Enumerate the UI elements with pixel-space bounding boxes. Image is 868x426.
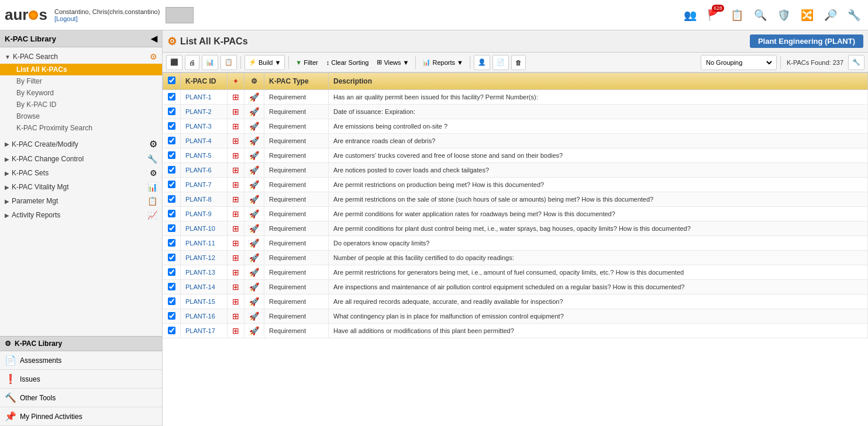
row-checkbox[interactable]	[168, 166, 175, 174]
rocket-icon[interactable]: 🚀	[249, 122, 259, 131]
exclamation-icon[interactable]: ⊞	[232, 311, 239, 321]
row-checkbox[interactable]	[168, 195, 175, 203]
row-checkbox[interactable]	[168, 283, 175, 290]
row-checkbox[interactable]	[168, 239, 175, 247]
shield-icon[interactable]: 🛡️	[774, 6, 793, 25]
kpac-id-link[interactable]: PLANT-1	[185, 93, 212, 101]
print-button[interactable]: 🖨	[185, 55, 199, 70]
flag-icon[interactable]: 🚩628	[704, 6, 723, 25]
kpac-id-link[interactable]: PLANT-13	[185, 269, 215, 276]
views-button[interactable]: ⊞ Views ▼	[374, 55, 412, 70]
exclamation-icon[interactable]: ⊞	[232, 224, 239, 233]
kpac-id-link[interactable]: PLANT-6	[185, 167, 212, 174]
settings-icon[interactable]: 🔧	[845, 6, 863, 25]
sidebar-sub-by-id[interactable]: By K-PAC ID	[0, 99, 162, 110]
delete-button[interactable]: 🗑	[511, 55, 526, 70]
select-all-checkbox[interactable]	[168, 77, 175, 84]
exclamation-icon[interactable]: ⊞	[232, 297, 239, 306]
rocket-icon[interactable]: 🚀	[249, 165, 259, 175]
row-checkbox[interactable]	[168, 210, 175, 217]
row-checkbox[interactable]	[168, 93, 175, 101]
rocket-icon[interactable]: 🚀	[249, 180, 259, 189]
row-checkbox[interactable]	[168, 224, 175, 232]
exclamation-icon[interactable]: ⊞	[232, 122, 239, 131]
row-checkbox[interactable]	[168, 108, 175, 115]
kpac-id-link[interactable]: PLANT-16	[185, 313, 215, 320]
share-icon[interactable]: 🔀	[798, 6, 817, 25]
grouping-dropdown[interactable]: No Grouping	[701, 55, 777, 70]
exclamation-icon[interactable]: ⊞	[232, 238, 239, 248]
export-button[interactable]: 📊	[202, 55, 218, 70]
kpac-id-link[interactable]: PLANT-7	[185, 181, 212, 188]
paste-button[interactable]: 📋	[221, 55, 237, 70]
exclamation-icon[interactable]: ⊞	[232, 209, 239, 219]
user-button[interactable]: 👤	[474, 55, 490, 70]
zoom-icon[interactable]: 🔎	[821, 6, 840, 25]
kpac-id-link[interactable]: PLANT-10	[185, 225, 215, 232]
rocket-icon[interactable]: 🚀	[249, 253, 259, 262]
row-checkbox[interactable]	[168, 312, 175, 320]
row-checkbox[interactable]	[168, 151, 175, 159]
exclamation-icon[interactable]: ⊞	[232, 195, 239, 204]
exclamation-icon[interactable]: ⊞	[232, 282, 239, 292]
sidebar-sub-by-keyword[interactable]: By Keyword	[0, 87, 162, 99]
rocket-icon[interactable]: 🚀	[249, 297, 259, 306]
exclamation-icon[interactable]: ⊞	[232, 268, 239, 277]
people-icon[interactable]: 👥	[681, 6, 700, 25]
rocket-icon[interactable]: 🚀	[249, 92, 259, 102]
sidebar-item-kpac-search[interactable]: ▼ K-PAC Search ⚙	[0, 50, 162, 64]
filter-button[interactable]: ▼ Filter	[292, 55, 321, 70]
th-kpac-id[interactable]: K-PAC ID	[181, 73, 228, 90]
grouping-select[interactable]: No Grouping	[704, 58, 774, 67]
th-type[interactable]: K-PAC Type	[264, 73, 329, 90]
row-checkbox[interactable]	[168, 268, 175, 276]
sidebar-item-activity-reports[interactable]: ▶ Activity Reports 📈	[0, 208, 162, 222]
sidebar-bottom-other-tools[interactable]: 🔨 Other Tools	[0, 389, 162, 407]
rocket-icon[interactable]: 🚀	[249, 151, 259, 160]
row-checkbox[interactable]	[168, 137, 175, 144]
row-checkbox[interactable]	[168, 122, 175, 130]
settings-button[interactable]: 🔧	[848, 55, 864, 70]
rocket-icon[interactable]: 🚀	[249, 224, 259, 233]
sidebar-item-parameter-mgt[interactable]: ▶ Parameter Mgt 📋	[0, 194, 162, 208]
rocket-icon[interactable]: 🚀	[249, 326, 259, 335]
sidebar-item-create-modify[interactable]: ▶ K-PAC Create/Modify ⚙	[0, 136, 162, 152]
exclamation-icon[interactable]: ⊞	[232, 151, 239, 160]
row-checkbox[interactable]	[168, 254, 175, 261]
clipboard-icon[interactable]: 📋	[728, 6, 746, 25]
sidebar-collapse-icon[interactable]: ◀	[151, 34, 157, 43]
exclamation-icon[interactable]: ⊞	[232, 180, 239, 189]
logout-link[interactable]: [Logout]	[54, 15, 78, 22]
sidebar-bottom-pinned-activities[interactable]: 📌 My Pinned Activities	[0, 407, 162, 426]
exclamation-icon[interactable]: ⊞	[232, 326, 239, 335]
kpac-id-link[interactable]: PLANT-17	[185, 327, 215, 334]
kpac-id-link[interactable]: PLANT-5	[185, 152, 212, 159]
row-checkbox[interactable]	[168, 327, 175, 334]
sidebar-sub-by-filter[interactable]: By Filter	[0, 75, 162, 87]
search-icon[interactable]: 🔍	[751, 6, 770, 25]
sidebar-item-vitality-mgt[interactable]: ▶ K-PAC Vitality Mgt 📊	[0, 180, 162, 194]
rocket-icon[interactable]: 🚀	[249, 268, 259, 277]
sidebar-item-change-control[interactable]: ▶ K-PAC Change Control 🔧	[0, 152, 162, 166]
sidebar-sub-browse[interactable]: Browse	[0, 110, 162, 122]
kpac-id-link[interactable]: PLANT-2	[185, 108, 212, 115]
rocket-icon[interactable]: 🚀	[249, 282, 259, 292]
sidebar-item-kpac-sets[interactable]: ▶ K-PAC Sets ⚙	[0, 166, 162, 180]
kpac-id-link[interactable]: PLANT-4	[185, 137, 212, 144]
kpac-id-link[interactable]: PLANT-3	[185, 123, 212, 130]
kpac-id-link[interactable]: PLANT-12	[185, 254, 215, 261]
exclamation-icon[interactable]: ⊞	[232, 107, 239, 116]
sidebar-sub-proximity[interactable]: K-PAC Proximity Search	[0, 122, 162, 134]
exclamation-icon[interactable]: ⊞	[232, 92, 239, 102]
expand-button[interactable]: ⬛	[166, 55, 182, 70]
row-checkbox[interactable]	[168, 181, 175, 188]
copy-button[interactable]: 📄	[492, 55, 509, 70]
rocket-icon[interactable]: 🚀	[249, 238, 259, 248]
sidebar-bottom-issues[interactable]: ❗ Issues	[0, 370, 162, 389]
kpac-id-link[interactable]: PLANT-9	[185, 210, 212, 217]
sidebar-bottom-assessments[interactable]: 📄 Assessments	[0, 351, 162, 370]
rocket-icon[interactable]: 🚀	[249, 195, 259, 204]
kpac-id-link[interactable]: PLANT-14	[185, 283, 215, 290]
kpac-id-link[interactable]: PLANT-8	[185, 196, 212, 203]
clear-sorting-button[interactable]: ↕ Clear Sorting	[323, 55, 372, 70]
